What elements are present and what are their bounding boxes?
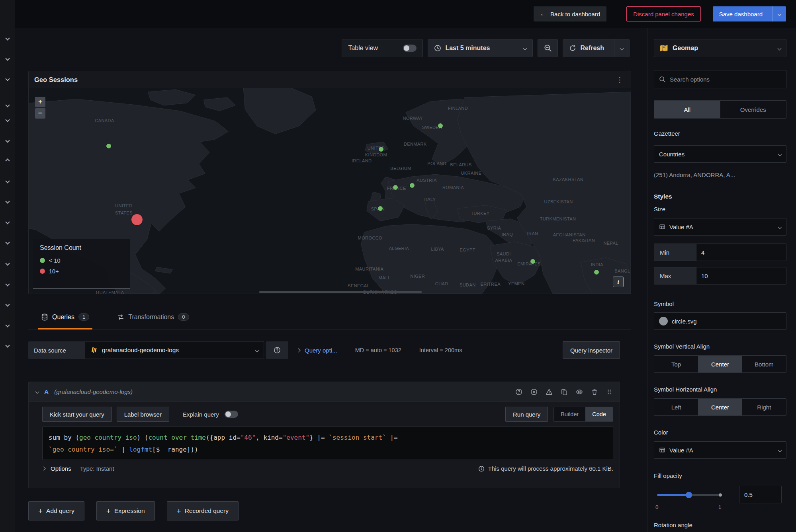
back-to-dashboard-button[interactable]: ← Back to dashboard — [534, 6, 606, 21]
query-row-header[interactable]: A (grafanacloud-geodemo-logs) — [29, 382, 620, 402]
rail-collapse-chevron-icon[interactable] — [3, 320, 12, 330]
save-dashboard-dropdown[interactable] — [773, 6, 786, 21]
query-inspector-button[interactable]: Query inspector — [563, 341, 620, 359]
map-marker-green[interactable] — [410, 183, 415, 188]
option-bottom[interactable]: Bottom — [742, 356, 786, 372]
table-view-toggle[interactable] — [403, 45, 417, 52]
max-input[interactable] — [701, 273, 781, 279]
add-query-button[interactable]: +Add query — [28, 501, 84, 520]
rail-collapse-chevron-icon[interactable] — [3, 176, 12, 186]
rail-collapse-chevron-icon[interactable] — [3, 156, 12, 166]
opacity-slider-handle[interactable] — [686, 492, 692, 498]
map-marker-green[interactable] — [379, 147, 383, 152]
expression-button[interactable]: +Expression — [96, 501, 155, 520]
warning-icon[interactable] — [546, 388, 553, 396]
search-options-field[interactable] — [654, 70, 786, 88]
legend-title: Session Count — [40, 244, 123, 251]
map-marker-green[interactable] — [106, 144, 111, 148]
disable-query-icon[interactable] — [530, 388, 538, 396]
drag-handle-icon[interactable] — [606, 388, 612, 396]
rail-collapse-chevron-icon[interactable] — [3, 33, 12, 43]
rail-collapse-chevron-icon[interactable] — [3, 54, 12, 63]
rail-collapse-chevron-icon[interactable] — [3, 197, 12, 206]
options-scope-tabs: AllOverrides — [654, 100, 786, 119]
opacity-value-input[interactable] — [744, 491, 776, 498]
map-zoom-out-button[interactable]: − — [35, 108, 45, 119]
opacity-slider-rail[interactable] — [657, 494, 721, 496]
datasource-picker[interactable]: grafanacloud-geodemo-logs — [84, 341, 264, 359]
rail-collapse-chevron-icon[interactable] — [3, 74, 12, 84]
visualization-picker[interactable]: Geomap — [654, 39, 786, 57]
editor-actions: +Add query +Expression +Recorded query — [28, 501, 239, 520]
map-marker-green[interactable] — [594, 270, 599, 275]
symbol-horizontal-align-group: LeftCenterRight — [654, 398, 786, 416]
option-top[interactable]: Top — [654, 356, 698, 372]
gazetteer-select[interactable]: Countries — [654, 145, 786, 163]
map-marker-green[interactable] — [438, 123, 443, 128]
eye-icon[interactable] — [576, 388, 583, 396]
map-marker-green[interactable] — [393, 185, 398, 190]
refresh-interval-dropdown[interactable] — [614, 39, 629, 57]
code-editor[interactable]: sum by (geo_country_iso) (count_over_tim… — [42, 427, 613, 460]
min-input[interactable] — [701, 249, 781, 256]
option-overrides[interactable]: Overrides — [720, 101, 786, 118]
query-options-collapse-label[interactable]: Options — [51, 465, 71, 472]
query-options-toggle[interactable]: Query opti... — [297, 347, 337, 354]
option-all[interactable]: All — [654, 101, 720, 118]
discard-panel-changes-button[interactable]: Discard panel changes — [626, 6, 701, 21]
zoom-out-time-button[interactable] — [538, 39, 558, 57]
chevron-down-icon — [620, 46, 624, 50]
option-right[interactable]: Right — [742, 399, 786, 415]
map-marker-green[interactable] — [378, 206, 383, 211]
duplicate-icon[interactable] — [561, 388, 568, 396]
map-zoom-in-button[interactable]: + — [35, 97, 45, 107]
search-options-input[interactable] — [670, 76, 781, 83]
query-editor-body: Kick start your query Label browser Expl… — [29, 402, 620, 472]
datasource-help-button[interactable] — [266, 341, 288, 359]
map-marker-green[interactable] — [530, 259, 535, 264]
tab-transformations[interactable]: Transformations 0 — [114, 304, 192, 329]
collapse-chevron-icon[interactable] — [35, 390, 39, 394]
rail-collapse-chevron-icon[interactable] — [3, 259, 12, 268]
option-code[interactable]: Code — [585, 407, 613, 421]
option-builder[interactable]: Builder — [554, 407, 585, 421]
rail-collapse-chevron-icon[interactable] — [3, 341, 12, 350]
panel-menu-kebab-icon[interactable]: ⋮ — [614, 76, 625, 84]
chevron-right-icon[interactable] — [42, 467, 46, 471]
map-attribution-info-button[interactable]: i — [613, 277, 624, 287]
trash-icon[interactable] — [591, 388, 598, 396]
world-map[interactable]: CANADAFINLANDNORWAYSWEDENDENMARKUNITEDKI… — [29, 88, 631, 294]
size-field-select[interactable]: Value #A — [654, 218, 786, 236]
recorded-query-button[interactable]: +Recorded query — [167, 501, 239, 520]
label-browser-button[interactable]: Label browser — [117, 407, 169, 422]
panel-header[interactable]: Geo Sessions ⋮ — [29, 71, 631, 88]
help-icon[interactable] — [515, 388, 522, 396]
gazetteer-label: Gazetteer — [654, 130, 786, 137]
symbol-picker[interactable]: circle.svg — [654, 312, 786, 330]
rail-collapse-chevron-icon[interactable] — [3, 100, 12, 110]
time-range-picker[interactable]: Last 5 minutes — [428, 39, 533, 57]
rail-collapse-chevron-icon[interactable] — [3, 238, 12, 247]
horizontal-scrollbar[interactable] — [259, 291, 422, 293]
kick-start-query-button[interactable]: Kick start your query — [42, 407, 112, 422]
opacity-slider-endcap — [719, 493, 722, 497]
refresh-button[interactable]: Refresh — [563, 39, 610, 57]
legend-dot — [40, 258, 45, 263]
save-dashboard-button[interactable]: Save dashboard — [713, 6, 786, 21]
run-query-label: Run query — [513, 411, 540, 418]
explain-query-toggle[interactable] — [225, 411, 238, 418]
color-label: Color — [654, 429, 786, 436]
rail-collapse-chevron-icon[interactable] — [3, 115, 12, 125]
color-field-select[interactable]: Value #A — [654, 441, 786, 459]
map-marker-red[interactable] — [131, 214, 143, 225]
option-center[interactable]: Center — [698, 356, 742, 372]
run-query-button[interactable]: Run query — [505, 407, 548, 422]
tab-queries[interactable]: Queries 1 — [38, 304, 92, 329]
save-label[interactable]: Save dashboard — [713, 6, 769, 21]
rail-collapse-chevron-icon[interactable] — [3, 279, 12, 289]
rail-collapse-chevron-icon[interactable] — [3, 217, 12, 227]
rail-collapse-chevron-icon[interactable] — [3, 300, 12, 309]
rail-collapse-chevron-icon[interactable] — [3, 136, 12, 145]
option-left[interactable]: Left — [654, 399, 698, 415]
option-center[interactable]: Center — [698, 399, 742, 415]
